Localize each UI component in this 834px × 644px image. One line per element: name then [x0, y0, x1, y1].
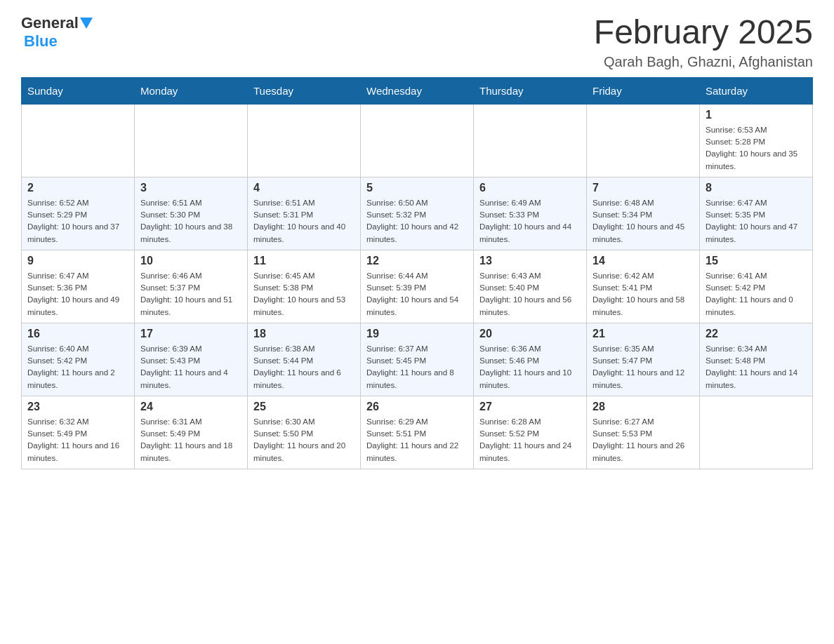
logo-blue-text: Blue: [24, 32, 58, 50]
calendar-cell: 20Sunrise: 6:36 AMSunset: 5:46 PMDayligh…: [474, 323, 587, 396]
calendar-cell: 1Sunrise: 6:53 AMSunset: 5:28 PMDaylight…: [700, 104, 813, 177]
calendar-cell: [22, 104, 135, 177]
calendar-cell: 13Sunrise: 6:43 AMSunset: 5:40 PMDayligh…: [474, 250, 587, 323]
calendar-table: Sunday Monday Tuesday Wednesday Thursday…: [21, 77, 813, 469]
calendar-cell: 10Sunrise: 6:46 AMSunset: 5:37 PMDayligh…: [135, 250, 248, 323]
calendar-cell: 5Sunrise: 6:50 AMSunset: 5:32 PMDaylight…: [361, 177, 474, 250]
day-number: 12: [366, 255, 468, 267]
day-number: 7: [593, 182, 694, 194]
calendar-cell: 15Sunrise: 6:41 AMSunset: 5:42 PMDayligh…: [700, 250, 813, 323]
col-sunday: Sunday: [22, 77, 135, 104]
col-thursday: Thursday: [474, 77, 587, 104]
day-info: Sunrise: 6:37 AMSunset: 5:45 PMDaylight:…: [366, 343, 468, 391]
day-number: 18: [253, 328, 355, 340]
col-saturday: Saturday: [700, 77, 813, 104]
day-number: 10: [140, 255, 241, 267]
day-number: 25: [253, 401, 355, 413]
calendar-cell: 22Sunrise: 6:34 AMSunset: 5:48 PMDayligh…: [700, 323, 813, 396]
day-info: Sunrise: 6:46 AMSunset: 5:37 PMDaylight:…: [140, 270, 241, 318]
day-info: Sunrise: 6:43 AMSunset: 5:40 PMDaylight:…: [479, 270, 581, 318]
calendar-cell: 16Sunrise: 6:40 AMSunset: 5:42 PMDayligh…: [22, 323, 135, 396]
day-info: Sunrise: 6:45 AMSunset: 5:38 PMDaylight:…: [253, 270, 355, 318]
calendar-cell: 11Sunrise: 6:45 AMSunset: 5:38 PMDayligh…: [248, 250, 361, 323]
day-info: Sunrise: 6:44 AMSunset: 5:39 PMDaylight:…: [366, 270, 468, 318]
day-info: Sunrise: 6:50 AMSunset: 5:32 PMDaylight:…: [366, 197, 468, 246]
day-number: 3: [140, 182, 241, 194]
day-number: 15: [706, 255, 807, 267]
col-friday: Friday: [587, 77, 700, 104]
calendar-cell: 6Sunrise: 6:49 AMSunset: 5:33 PMDaylight…: [474, 177, 587, 250]
day-number: 13: [479, 255, 581, 267]
calendar-cell: 25Sunrise: 6:30 AMSunset: 5:50 PMDayligh…: [248, 396, 361, 469]
calendar-week-2: 2Sunrise: 6:52 AMSunset: 5:29 PMDaylight…: [22, 177, 813, 250]
day-number: 28: [593, 401, 694, 413]
calendar-cell: 28Sunrise: 6:27 AMSunset: 5:53 PMDayligh…: [587, 396, 700, 469]
day-number: 27: [479, 401, 581, 413]
day-info: Sunrise: 6:52 AMSunset: 5:29 PMDaylight:…: [27, 197, 128, 246]
logo-general-text: General: [21, 14, 79, 32]
day-number: 21: [593, 328, 694, 340]
day-number: 5: [366, 182, 468, 194]
calendar-cell: 24Sunrise: 6:31 AMSunset: 5:49 PMDayligh…: [135, 396, 248, 469]
day-info: Sunrise: 6:47 AMSunset: 5:35 PMDaylight:…: [706, 197, 807, 246]
calendar-cell: 2Sunrise: 6:52 AMSunset: 5:29 PMDaylight…: [22, 177, 135, 250]
calendar-cell: 27Sunrise: 6:28 AMSunset: 5:52 PMDayligh…: [474, 396, 587, 469]
day-number: 16: [27, 328, 128, 340]
col-wednesday: Wednesday: [361, 77, 474, 104]
calendar-cell: 14Sunrise: 6:42 AMSunset: 5:41 PMDayligh…: [587, 250, 700, 323]
day-info: Sunrise: 6:35 AMSunset: 5:47 PMDaylight:…: [593, 343, 694, 391]
day-number: 26: [366, 401, 468, 413]
day-info: Sunrise: 6:49 AMSunset: 5:33 PMDaylight:…: [479, 197, 581, 246]
day-number: 19: [366, 328, 468, 340]
day-info: Sunrise: 6:51 AMSunset: 5:31 PMDaylight:…: [253, 197, 355, 246]
calendar-week-1: 1Sunrise: 6:53 AMSunset: 5:28 PMDaylight…: [22, 104, 813, 177]
month-title: February 2025: [594, 14, 813, 51]
day-number: 9: [27, 255, 128, 267]
calendar-cell: 9Sunrise: 6:47 AMSunset: 5:36 PMDaylight…: [22, 250, 135, 323]
day-number: 22: [706, 328, 807, 340]
day-info: Sunrise: 6:29 AMSunset: 5:51 PMDaylight:…: [366, 416, 468, 464]
day-number: 2: [27, 182, 128, 194]
day-info: Sunrise: 6:42 AMSunset: 5:41 PMDaylight:…: [593, 270, 694, 318]
location-subtitle: Qarah Bagh, Ghazni, Afghanistan: [594, 54, 813, 70]
calendar-cell: 21Sunrise: 6:35 AMSunset: 5:47 PMDayligh…: [587, 323, 700, 396]
calendar-cell: [361, 104, 474, 177]
calendar-week-4: 16Sunrise: 6:40 AMSunset: 5:42 PMDayligh…: [22, 323, 813, 396]
day-info: Sunrise: 6:31 AMSunset: 5:49 PMDaylight:…: [140, 416, 241, 464]
day-number: 20: [479, 328, 581, 340]
calendar-cell: 7Sunrise: 6:48 AMSunset: 5:34 PMDaylight…: [587, 177, 700, 250]
day-number: 6: [479, 182, 581, 194]
calendar-header-row: Sunday Monday Tuesday Wednesday Thursday…: [22, 77, 813, 104]
calendar-week-5: 23Sunrise: 6:32 AMSunset: 5:49 PMDayligh…: [22, 396, 813, 469]
day-info: Sunrise: 6:32 AMSunset: 5:49 PMDaylight:…: [27, 416, 128, 464]
day-info: Sunrise: 6:51 AMSunset: 5:30 PMDaylight:…: [140, 197, 241, 246]
calendar-cell: 26Sunrise: 6:29 AMSunset: 5:51 PMDayligh…: [361, 396, 474, 469]
col-monday: Monday: [135, 77, 248, 104]
page-header: General Blue February 2025 Qarah Bagh, G…: [21, 14, 813, 70]
calendar-cell: 23Sunrise: 6:32 AMSunset: 5:49 PMDayligh…: [22, 396, 135, 469]
logo-triangle-icon: [80, 18, 93, 30]
day-number: 17: [140, 328, 241, 340]
title-section: February 2025 Qarah Bagh, Ghazni, Afghan…: [594, 14, 813, 70]
day-info: Sunrise: 6:40 AMSunset: 5:42 PMDaylight:…: [27, 343, 128, 391]
day-info: Sunrise: 6:53 AMSunset: 5:28 PMDaylight:…: [706, 124, 807, 173]
day-number: 4: [253, 182, 355, 194]
calendar-cell: 8Sunrise: 6:47 AMSunset: 5:35 PMDaylight…: [700, 177, 813, 250]
day-info: Sunrise: 6:38 AMSunset: 5:44 PMDaylight:…: [253, 343, 355, 391]
day-info: Sunrise: 6:36 AMSunset: 5:46 PMDaylight:…: [479, 343, 581, 391]
svg-marker-0: [80, 18, 93, 29]
day-info: Sunrise: 6:30 AMSunset: 5:50 PMDaylight:…: [253, 416, 355, 464]
calendar-cell: 18Sunrise: 6:38 AMSunset: 5:44 PMDayligh…: [248, 323, 361, 396]
day-number: 14: [593, 255, 694, 267]
calendar-cell: 3Sunrise: 6:51 AMSunset: 5:30 PMDaylight…: [135, 177, 248, 250]
day-info: Sunrise: 6:39 AMSunset: 5:43 PMDaylight:…: [140, 343, 241, 391]
day-number: 8: [706, 182, 807, 194]
calendar-cell: 12Sunrise: 6:44 AMSunset: 5:39 PMDayligh…: [361, 250, 474, 323]
day-info: Sunrise: 6:34 AMSunset: 5:48 PMDaylight:…: [706, 343, 807, 391]
col-tuesday: Tuesday: [248, 77, 361, 104]
day-info: Sunrise: 6:48 AMSunset: 5:34 PMDaylight:…: [593, 197, 694, 246]
day-number: 1: [706, 109, 807, 121]
calendar-cell: [474, 104, 587, 177]
calendar-cell: [135, 104, 248, 177]
day-info: Sunrise: 6:41 AMSunset: 5:42 PMDaylight:…: [706, 270, 807, 318]
